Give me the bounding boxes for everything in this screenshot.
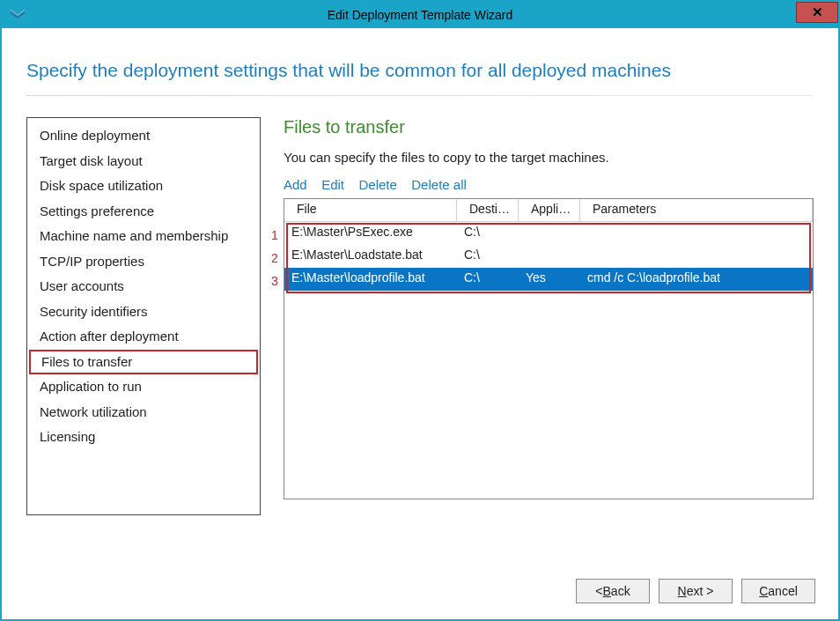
sidebar-item[interactable]: Security identifiers [27,299,260,325]
divider [26,95,814,96]
sidebar-item[interactable]: Target disk layout [27,149,260,174]
close-icon: ✕ [812,4,823,20]
delete-link[interactable]: Delete [358,177,396,192]
wizard-footer: < Back Next > Cancel [576,579,815,603]
main-panel: Files to transfer You can specify the fi… [284,117,814,515]
titlebar: Edit Deployment Template Wizard ✕ [2,2,838,28]
sidebar-item[interactable]: Licensing [27,425,260,450]
table-row[interactable]: E:\Master\loadprofile.batC:\Yescmd /c C:… [284,268,813,291]
sidebar-item[interactable]: User accounts [27,274,260,299]
col-application[interactable]: Applic… [519,199,580,221]
cell-parameters [580,222,813,245]
sidebar-item[interactable]: Application to run [27,374,260,400]
content-area: Specify the deployment settings that wil… [2,28,838,515]
row-number: 1 [271,224,278,247]
delete-all-link[interactable]: Delete all [411,177,467,192]
sidebar-item[interactable]: Action after deployment [27,324,260,350]
cell-file: E:\Master\loadprofile.bat [284,268,457,291]
cancel-label-rest: ancel [768,584,797,598]
add-link[interactable]: Add [284,177,307,192]
cell-parameters: cmd /c C:\loadprofile.bat [580,268,813,291]
wizard-steps-sidebar: Online deploymentTarget disk layoutDisk … [26,117,261,515]
body: Online deploymentTarget disk layoutDisk … [26,117,814,515]
sidebar-item[interactable]: Machine name and membership [27,224,260,249]
section-title: Files to transfer [284,117,814,137]
back-button[interactable]: < Back [576,579,650,603]
close-button[interactable]: ✕ [796,2,838,23]
wizard-window: Edit Deployment Template Wizard ✕ Specif… [0,0,840,621]
cell-application [519,245,580,268]
col-destination[interactable]: Destin… [457,199,519,221]
table-row[interactable]: E:\Master\Loadstate.batC:\ [284,245,813,268]
col-file[interactable]: File [284,199,457,221]
cell-destination: C:\ [457,245,519,268]
table-row[interactable]: E:\Master\PsExec.exeC:\ [284,222,813,245]
sidebar-item[interactable]: Disk space utilization [27,174,260,199]
sidebar-item[interactable]: Network utilization [27,400,260,425]
cell-parameters [580,245,813,268]
row-number: 2 [271,247,278,270]
table-actions: Add Edit Delete Delete all [284,177,814,193]
back-label-rest: ack [611,584,630,598]
col-parameters[interactable]: Parameters [580,199,813,221]
back-label-prefix: < [595,584,602,598]
cancel-label-ul: C [759,584,768,598]
sidebar-item[interactable]: Settings preference [27,199,260,225]
row-number: 3 [271,270,278,292]
table-header: File Destin… Applic… Parameters [284,199,813,222]
cell-destination: C:\ [457,268,519,291]
cell-application [519,222,580,245]
sidebar-item[interactable]: Files to transfer [29,350,258,375]
cell-application: Yes [519,268,580,291]
cell-file: E:\Master\PsExec.exe [284,222,457,245]
sidebar-item[interactable]: Online deployment [27,123,260,149]
page-heading: Specify the deployment settings that wil… [26,48,814,95]
back-label-ul: B [603,584,611,598]
app-icon [9,8,26,20]
files-table[interactable]: File Destin… Applic… Parameters E:\Maste… [284,198,814,499]
next-button[interactable]: Next > [659,579,733,603]
edit-link[interactable]: Edit [321,177,344,192]
section-description: You can specify the files to copy to the… [284,150,814,165]
table-body: E:\Master\PsExec.exeC:\E:\Master\Loadsta… [284,222,813,291]
cancel-button[interactable]: Cancel [741,579,815,603]
row-number-annotations: 123 [271,224,278,292]
next-label-ul: N [678,584,687,598]
sidebar-item[interactable]: TCP/IP properties [27,249,260,275]
cell-destination: C:\ [457,222,519,245]
cell-file: E:\Master\Loadstate.bat [284,245,457,268]
table-wrap: 123 File Destin… Applic… Parameters E:\M… [284,198,814,499]
window-title: Edit Deployment Template Wizard [328,8,513,22]
next-label-rest: ext > [687,584,714,598]
